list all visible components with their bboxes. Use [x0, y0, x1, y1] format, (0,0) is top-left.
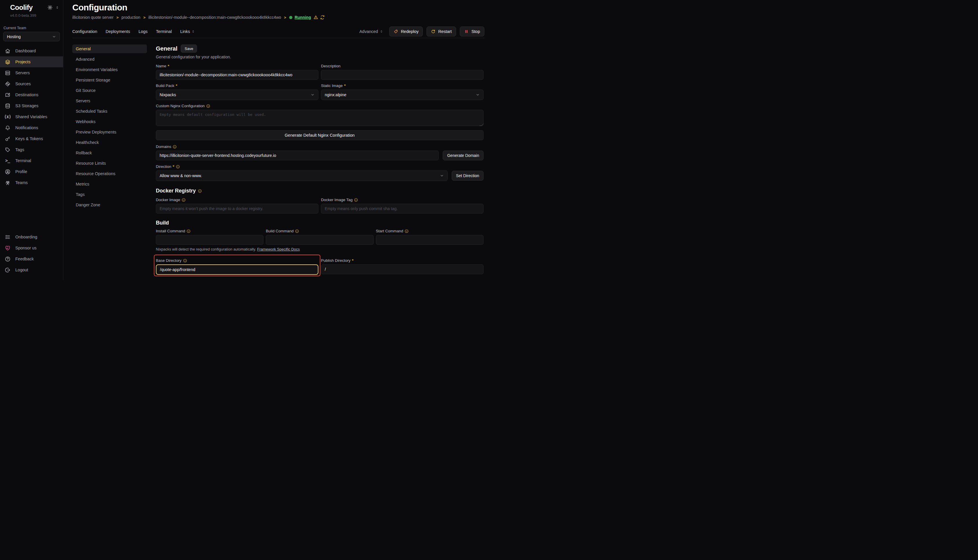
tag-icon: [5, 147, 10, 153]
sidebar-item-s3-storages[interactable]: S3 Storages: [0, 100, 63, 111]
theme-sun-icon[interactable]: [47, 5, 53, 10]
tab-label: Configuration: [72, 29, 97, 34]
subnav-item-advanced[interactable]: Advanced: [72, 55, 147, 63]
info-icon[interactable]: [176, 165, 180, 169]
restart-button[interactable]: Restart: [426, 27, 456, 37]
sidebar-item-keys-tokens[interactable]: Keys & Tokens: [0, 133, 63, 144]
sidebar-item-projects[interactable]: Projects: [0, 57, 63, 67]
stop-button[interactable]: Stop: [460, 27, 484, 37]
breadcrumb: illicitonion quote server>production>ill…: [72, 15, 489, 20]
warning-icon[interactable]: [313, 15, 318, 20]
sidebar-item-shared-variables[interactable]: (x)Shared Variables: [0, 111, 63, 122]
base-directory-input[interactable]: [156, 264, 318, 275]
info-icon[interactable]: [182, 198, 186, 202]
breadcrumb-item[interactable]: illicitestonion/-module--decomposition:m…: [148, 15, 281, 20]
subnav-item-preview-deployments[interactable]: Preview Deployments: [72, 128, 147, 137]
tab-deployments[interactable]: Deployments: [105, 29, 130, 34]
subnav-item-danger-zone[interactable]: Danger Zone: [72, 200, 147, 209]
sidebar-item-destinations[interactable]: Destinations: [0, 89, 63, 100]
build-command-input[interactable]: [266, 235, 373, 245]
sidebar-item-sources[interactable]: Sources: [0, 78, 63, 89]
install-command-label: Install Command: [156, 229, 185, 233]
subnav-item-resource-operations[interactable]: Resource Operations: [72, 169, 147, 178]
sidebar-item-sponsor-us[interactable]: Sponsor us: [0, 242, 63, 253]
info-icon[interactable]: [354, 198, 358, 202]
subnav-item-general[interactable]: General: [72, 45, 147, 53]
tab-logs[interactable]: Logs: [139, 29, 147, 34]
redeploy-button[interactable]: Redeploy: [389, 27, 423, 37]
framework-docs-link[interactable]: Framework Specific Docs: [257, 247, 299, 252]
build-pack-select[interactable]: Nixpacks: [156, 90, 318, 100]
sidebar-item-notifications[interactable]: Notifications: [0, 122, 63, 133]
home-icon: [5, 48, 10, 54]
description-input[interactable]: [321, 70, 483, 80]
sidebar-item-feedback[interactable]: Feedback: [0, 253, 63, 264]
sidebar-item-label: Keys & Tokens: [15, 137, 43, 141]
tab-links[interactable]: Links: [180, 29, 195, 34]
sidebar-item-teams[interactable]: Teams: [0, 177, 63, 188]
sidebar-item-dashboard[interactable]: Dashboard: [0, 45, 63, 57]
name-label: Name: [156, 64, 166, 68]
subnav-item-tags[interactable]: Tags: [72, 190, 147, 199]
subnav-item-resource-limits[interactable]: Resource Limits: [72, 159, 147, 168]
general-settings-form: General Save General configuration for y…: [156, 45, 483, 275]
subnav-item-persistent-storage[interactable]: Persistent Storage: [72, 76, 147, 84]
status-dot: [289, 16, 293, 19]
info-icon[interactable]: [405, 229, 409, 233]
refresh-status-icon[interactable]: [320, 15, 325, 20]
save-button[interactable]: Save: [181, 45, 197, 53]
subnav-item-metrics[interactable]: Metrics: [72, 180, 147, 188]
info-icon[interactable]: [183, 258, 187, 263]
generate-domain-button[interactable]: Generate Domain: [443, 150, 483, 160]
publish-directory-input[interactable]: [321, 264, 483, 274]
breadcrumb-item[interactable]: production: [122, 15, 140, 20]
git-icon: [5, 81, 10, 87]
team-select[interactable]: Hosting: [3, 32, 60, 41]
generate-nginx-button[interactable]: Generate Default Nginx Configuration: [156, 130, 483, 140]
instance-switcher-chevrons-icon[interactable]: [55, 6, 59, 9]
sidebar-item-terminal[interactable]: >_Terminal: [0, 155, 63, 166]
terminal-icon: >_: [5, 158, 10, 163]
subnav-item-environment-variables[interactable]: Environment Variables: [72, 65, 147, 74]
sidebar-item-label: Destinations: [15, 92, 38, 97]
sidebar-item-servers[interactable]: Servers: [0, 67, 63, 78]
sidebar-item-profile[interactable]: Profile: [0, 166, 63, 177]
start-command-input[interactable]: [376, 235, 483, 245]
database-icon: [5, 103, 10, 108]
sidebar-item-logout[interactable]: Logout: [0, 264, 63, 275]
info-icon[interactable]: [198, 189, 202, 193]
name-input[interactable]: [156, 70, 318, 80]
info-icon[interactable]: [206, 104, 210, 108]
docker-image-input[interactable]: [156, 204, 318, 213]
direction-select[interactable]: Allow www & non-www.: [156, 170, 448, 181]
subnav-item-git-source[interactable]: Git Source: [72, 86, 147, 95]
advanced-dropdown[interactable]: Advanced: [359, 29, 383, 34]
subnav-item-healthcheck[interactable]: Healthcheck: [72, 138, 147, 147]
chevron-down-icon: [440, 174, 444, 178]
heart-icon: [5, 245, 10, 251]
subnav-item-scheduled-tasks[interactable]: Scheduled Tasks: [72, 107, 147, 116]
subnav-item-servers[interactable]: Servers: [72, 97, 147, 105]
info-icon[interactable]: [173, 145, 177, 149]
status-badge[interactable]: Running: [295, 15, 311, 20]
install-command-input[interactable]: [156, 235, 263, 245]
subnav-item-webhooks[interactable]: Webhooks: [72, 117, 147, 126]
chevrons-updown-icon: [191, 30, 195, 33]
sidebar-item-onboarding[interactable]: Onboarding: [0, 232, 63, 242]
set-direction-button[interactable]: Set Direction: [452, 171, 483, 181]
domains-input[interactable]: [156, 150, 439, 160]
static-image-select[interactable]: nginx:alpine: [321, 90, 483, 100]
info-icon[interactable]: [187, 229, 191, 233]
subnav-item-rollback[interactable]: Rollback: [72, 148, 147, 157]
tab-configuration[interactable]: Configuration: [72, 29, 97, 34]
variables-icon: (x): [5, 114, 10, 119]
custom-nginx-textarea[interactable]: [156, 110, 483, 126]
restart-icon: [431, 29, 436, 34]
tab-terminal[interactable]: Terminal: [156, 29, 172, 34]
info-icon[interactable]: [295, 229, 299, 233]
sidebar-item-label: Tags: [15, 147, 24, 152]
docker-image-tag-input[interactable]: [321, 204, 483, 213]
breadcrumb-separator: >: [143, 15, 145, 20]
breadcrumb-item[interactable]: illicitonion quote server: [72, 15, 114, 20]
sidebar-item-tags[interactable]: Tags: [0, 144, 63, 155]
